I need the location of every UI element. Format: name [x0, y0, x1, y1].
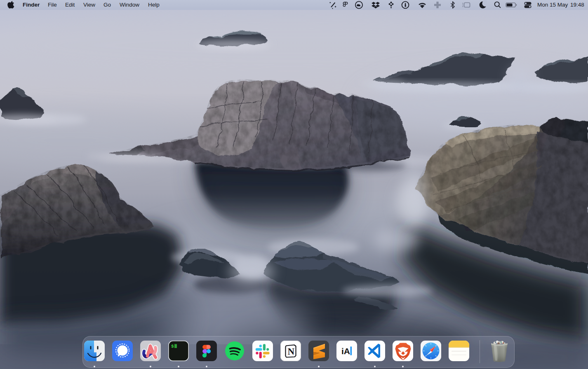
svg-text:$: $	[171, 344, 174, 349]
svg-text:N: N	[288, 346, 295, 357]
svg-text:iA: iA	[341, 346, 350, 356]
